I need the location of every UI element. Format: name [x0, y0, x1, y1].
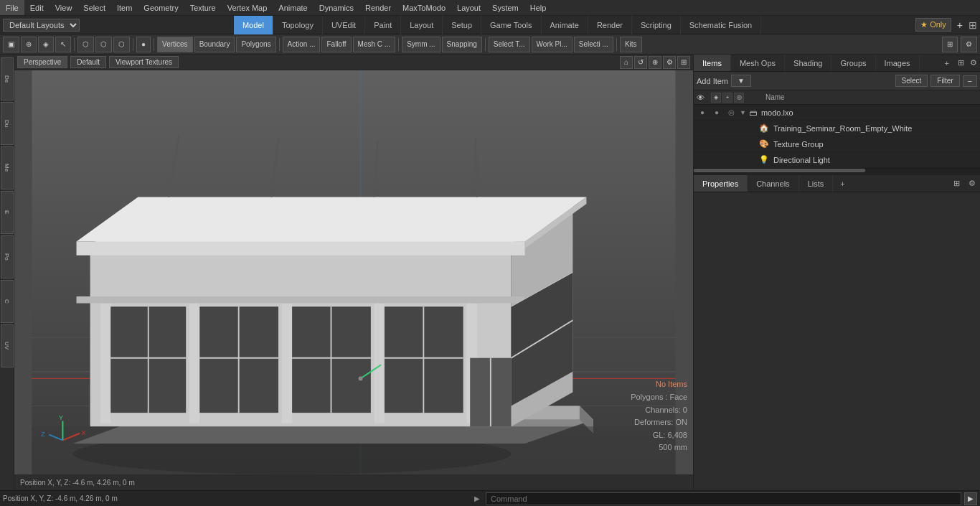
- vp-ctrl-settings[interactable]: ⚙: [663, 56, 676, 69]
- sidebar-tab-uv[interactable]: UV: [1, 324, 14, 367]
- vp-tab-viewport-textures[interactable]: Viewport Textures: [109, 56, 179, 68]
- header-icon-3[interactable]: ◎: [734, 93, 744, 103]
- expand-button[interactable]: ⊞: [942, 37, 958, 52]
- falloff-button[interactable]: Falloff: [321, 37, 351, 52]
- items-tab-groups[interactable]: Groups: [831, 55, 875, 71]
- items-tab-images[interactable]: Images: [876, 55, 920, 71]
- menu-view[interactable]: View: [50, 0, 78, 15]
- menu-layout[interactable]: Layout: [451, 0, 486, 15]
- scene-3d[interactable]: X Y Z No Items Polygons : Face Channels:…: [14, 70, 693, 474]
- select-tool-button[interactable]: ↖: [55, 37, 71, 52]
- menu-select[interactable]: Select: [77, 0, 111, 15]
- add-layout-button[interactable]: +: [954, 19, 966, 31]
- vp-ctrl-zoom[interactable]: ⊕: [649, 56, 661, 69]
- vp-tab-perspective[interactable]: Perspective: [17, 56, 67, 68]
- layout-dropdown[interactable]: Default Layouts: [3, 19, 80, 32]
- eye-icon-1c[interactable]: ◎: [725, 107, 737, 118]
- menu-render[interactable]: Render: [359, 0, 397, 15]
- item-row-directional-light[interactable]: ● ● ◎ ▶ 💡 Directional Light: [694, 152, 980, 168]
- add-item-dropdown[interactable]: ▼: [731, 75, 751, 87]
- work-pl-button[interactable]: Work Pl...: [532, 37, 573, 52]
- menu-dynamics[interactable]: Dynamics: [314, 0, 359, 15]
- items-tab-shading[interactable]: Shading: [785, 55, 831, 71]
- item-row-training[interactable]: ● ● ◎ ▶ 🏠 Training_Seminar_Room_Empty_Wh…: [694, 121, 980, 136]
- boundary-button[interactable]: Boundary: [194, 37, 235, 52]
- items-tab-mesh-ops[interactable]: Mesh Ops: [731, 55, 785, 71]
- tool1-button[interactable]: ◈: [38, 37, 54, 52]
- menu-texture[interactable]: Texture: [184, 0, 222, 15]
- menu-animate[interactable]: Animate: [273, 0, 313, 15]
- props-expand-button[interactable]: ⊞: [949, 179, 964, 188]
- tab-topology[interactable]: Topology: [273, 16, 323, 34]
- eye-icon-1b[interactable]: ●: [711, 107, 722, 118]
- header-icon-1[interactable]: ◈: [711, 93, 721, 103]
- expand-arrow-1[interactable]: ▼: [740, 109, 746, 116]
- b2-tool-button[interactable]: ⬡: [95, 37, 112, 52]
- symm-button[interactable]: Symm ...: [402, 37, 440, 52]
- kits-button[interactable]: Kits: [620, 37, 642, 52]
- tab-scripting[interactable]: Scripting: [632, 16, 681, 34]
- sidebar-tab-e[interactable]: E: [1, 191, 14, 234]
- menu-file[interactable]: File: [0, 0, 24, 15]
- items-tab-expand[interactable]: ⊞: [955, 58, 967, 67]
- vertices-button[interactable]: Vertices: [157, 37, 193, 52]
- command-run-button[interactable]: ▶: [964, 492, 977, 505]
- menu-vertex-map[interactable]: Vertex Map: [222, 0, 273, 15]
- tab-paint[interactable]: Paint: [365, 16, 401, 34]
- item-row-modo-lxo[interactable]: ● ● ◎ ▼ 🗃 modo.lxo: [694, 105, 980, 121]
- items-tab-items[interactable]: Items: [694, 55, 731, 71]
- props-tab-lists[interactable]: Lists: [799, 175, 834, 192]
- menu-help[interactable]: Help: [524, 0, 552, 15]
- layout-settings-button[interactable]: ⚙: [961, 37, 977, 52]
- tab-schematic-fusion[interactable]: Schematic Fusion: [681, 16, 761, 34]
- menu-maxtomodo[interactable]: MaxToModo: [397, 0, 451, 15]
- select-button[interactable]: Select: [895, 75, 928, 87]
- maximize-button[interactable]: ⊞: [969, 19, 977, 31]
- tab-model[interactable]: Model: [234, 16, 273, 34]
- menu-system[interactable]: System: [486, 0, 524, 15]
- props-tab-properties[interactable]: Properties: [694, 175, 748, 192]
- toolbar-separator-4: [279, 38, 280, 51]
- dot-tool-button[interactable]: ●: [136, 37, 151, 52]
- vp-ctrl-home[interactable]: ⌂: [620, 56, 633, 69]
- menu-geometry[interactable]: Geometry: [138, 0, 184, 15]
- eye-icon-1[interactable]: ●: [697, 107, 708, 118]
- sidebar-tab-du[interactable]: Du: [1, 102, 14, 145]
- right-panel: Items Mesh Ops Shading Groups Images + ⊞…: [693, 55, 980, 490]
- tab-uvedit[interactable]: UVEdit: [323, 16, 365, 34]
- props-tab-channels[interactable]: Channels: [748, 175, 798, 192]
- menu-item[interactable]: Item: [111, 0, 138, 15]
- action-button[interactable]: Action ...: [283, 37, 321, 52]
- sidebar-tab-po[interactable]: Po: [1, 235, 14, 278]
- sidebar-tab-me[interactable]: Me: [1, 146, 14, 189]
- menu-edit[interactable]: Edit: [24, 0, 50, 15]
- snapping-button[interactable]: Snapping: [442, 37, 482, 52]
- tab-setup[interactable]: Setup: [443, 16, 481, 34]
- props-tab-plus[interactable]: +: [836, 179, 849, 188]
- vp-tab-default[interactable]: Default: [70, 56, 106, 68]
- b3-tool-button[interactable]: ⬡: [113, 37, 130, 52]
- items-tab-plus[interactable]: +: [939, 59, 955, 67]
- selecti-button[interactable]: Selecti ...: [574, 37, 613, 52]
- header-icon-2[interactable]: +: [722, 93, 732, 103]
- items-minus-button[interactable]: −: [963, 75, 977, 87]
- vp-ctrl-maximize[interactable]: ⊞: [677, 56, 690, 69]
- filter-button[interactable]: Filter: [930, 75, 959, 87]
- world-tool-button[interactable]: ⊕: [21, 37, 37, 52]
- toggle-tool-button[interactable]: ▣: [3, 37, 19, 52]
- tab-animate[interactable]: Animate: [542, 16, 588, 34]
- item-row-texture-group[interactable]: ● ● ◎ ▶ 🎨 Texture Group: [694, 136, 980, 152]
- sidebar-tab-c[interactable]: C: [1, 280, 14, 323]
- mesh-c-button[interactable]: Mesh C ...: [353, 37, 396, 52]
- items-tab-settings[interactable]: ⚙: [967, 58, 980, 67]
- polygons-button[interactable]: Polygons: [236, 37, 275, 52]
- b1-tool-button[interactable]: ⬡: [77, 37, 94, 52]
- vp-ctrl-rotate[interactable]: ↺: [634, 56, 647, 69]
- select-t-button[interactable]: Select T...: [489, 37, 530, 52]
- sidebar-tab-de[interactable]: De: [1, 57, 14, 100]
- tab-game-tools[interactable]: Game Tools: [481, 16, 542, 34]
- tab-render[interactable]: Render: [588, 16, 632, 34]
- command-input[interactable]: [486, 492, 961, 505]
- tab-layout[interactable]: Layout: [401, 16, 443, 34]
- props-settings-button[interactable]: ⚙: [964, 179, 980, 188]
